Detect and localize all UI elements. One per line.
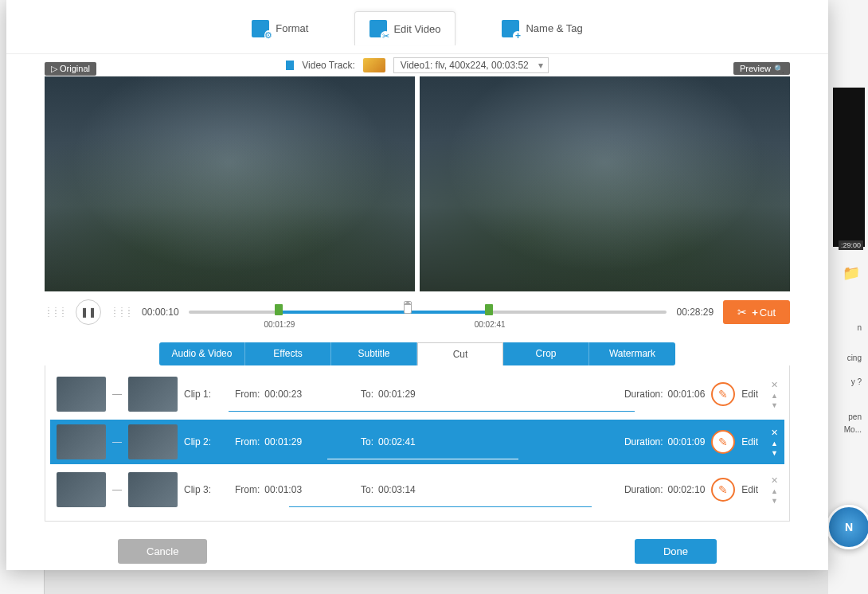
tab-crop[interactable]: Crop <box>503 342 589 365</box>
total-time: 00:28:29 <box>676 307 714 318</box>
clip-thumb-start <box>57 472 106 507</box>
tab-edit-video[interactable]: Edit Video <box>354 11 456 45</box>
clip-remove-icon[interactable]: ✕ <box>771 380 778 390</box>
move-up-icon[interactable]: ▲ <box>771 392 778 400</box>
duration-label: Duration: <box>624 389 663 400</box>
from-value: 00:01:03 <box>264 484 302 495</box>
bg-run-button[interactable]: N <box>827 505 868 549</box>
duration-value: 00:01:06 <box>668 389 706 400</box>
bg-text: n <box>857 323 862 332</box>
move-up-icon[interactable]: ▲ <box>771 487 778 495</box>
pause-button[interactable]: ❚❚ <box>76 299 101 325</box>
clip-reorder-controls: ✕▲▼ <box>771 475 778 505</box>
duration-value: 00:02:10 <box>668 484 706 495</box>
from-value: 00:01:29 <box>264 436 302 447</box>
move-down-icon[interactable]: ▼ <box>771 401 778 409</box>
tab-cut[interactable]: Cut <box>417 342 503 365</box>
timeline-playhead[interactable] <box>404 301 412 314</box>
cancel-button[interactable]: Cancle <box>118 539 207 564</box>
preview-badge[interactable]: Preview <box>733 62 790 75</box>
tab-label: Name & Tag <box>526 22 582 34</box>
drag-handle-icon[interactable]: ⋮⋮⋮⋮⋮⋮ <box>111 309 132 315</box>
track-select[interactable]: Video1: flv, 400x224, 00:03:52 <box>393 57 549 73</box>
dash-icon: — <box>112 436 122 447</box>
tab-subtitle[interactable]: Subtitle <box>331 342 417 365</box>
timeline-marker-start[interactable] <box>275 304 283 315</box>
clip-edit-button[interactable]: ✎ <box>711 430 735 454</box>
playback-controls: ⋮⋮⋮⋮⋮⋮ ❚❚ ⋮⋮⋮⋮⋮⋮ 00:00:10 00:01:29 00:02… <box>45 299 790 325</box>
done-button[interactable]: Done <box>635 539 717 564</box>
clip-edit-label[interactable]: Edit <box>741 436 758 447</box>
track-label: Video Track: <box>302 60 354 71</box>
clip-row[interactable]: —Clip 1:From:00:00:23To:00:01:29Duration… <box>50 372 784 416</box>
from-label: From: <box>235 436 260 447</box>
cut-button[interactable]: +Cut <box>723 300 790 324</box>
clip-name: Clip 2: <box>184 436 229 447</box>
tag-icon <box>502 20 519 37</box>
to-value: 00:03:14 <box>378 484 416 495</box>
clip-row[interactable]: —Clip 2:From:00:01:29To:00:02:41Duration… <box>50 420 784 464</box>
bg-text: pen <box>848 412 862 421</box>
tab-audio-video[interactable]: Audio & Video <box>159 342 245 365</box>
clip-remove-icon[interactable]: ✕ <box>771 428 778 438</box>
from-label: From: <box>235 389 260 400</box>
tab-format[interactable]: Format <box>237 11 323 45</box>
folder-icon[interactable]: 📁 <box>843 264 860 282</box>
drag-handle-icon[interactable]: ⋮⋮⋮⋮⋮⋮ <box>45 309 66 315</box>
current-time: 00:00:10 <box>142 307 179 318</box>
tab-effects[interactable]: Effects <box>245 342 331 365</box>
clips-list: —Clip 1:From:00:00:23To:00:01:29Duration… <box>45 365 790 522</box>
clip-thumb-end <box>128 472 178 507</box>
edit-tabs: Audio & Video Effects Subtitle Cut Crop … <box>45 342 790 365</box>
from-label: From: <box>235 484 260 495</box>
tab-name-tag[interactable]: Name & Tag <box>487 11 596 45</box>
tab-watermark[interactable]: Watermark <box>589 342 675 365</box>
clip-reorder-controls: ✕▲▼ <box>771 380 778 409</box>
preview-area: Original Preview <box>45 76 790 291</box>
clip-edit-button[interactable]: ✎ <box>711 478 735 502</box>
clip-row[interactable]: —Clip 3:From:00:01:03To:00:03:14Duration… <box>50 467 784 512</box>
to-value: 00:02:41 <box>378 436 416 447</box>
clip-reorder-controls: ✕▲▼ <box>771 428 778 457</box>
original-badge: Original <box>45 62 96 76</box>
clip-remove-icon[interactable]: ✕ <box>771 475 778 486</box>
clip-edit-label[interactable]: Edit <box>741 389 758 400</box>
clip-edit-button[interactable]: ✎ <box>711 382 735 406</box>
to-label: To: <box>361 484 373 495</box>
bg-right-panel: :29:00 📁 n cing y ? pen Mo... N <box>828 0 868 594</box>
underline <box>229 411 635 412</box>
bg-preview-thumb <box>833 88 865 247</box>
track-thumb <box>363 58 385 72</box>
move-up-icon[interactable]: ▲ <box>771 440 778 447</box>
bg-time: :29:00 <box>839 240 863 250</box>
to-value: 00:01:29 <box>378 389 416 400</box>
tab-label: Edit Video <box>393 23 440 35</box>
footer: Cancle Done <box>6 522 828 564</box>
move-down-icon[interactable]: ▼ <box>771 449 778 457</box>
clip-edit-label[interactable]: Edit <box>741 484 758 495</box>
to-label: To: <box>361 436 373 447</box>
duration-label: Duration: <box>624 436 663 447</box>
clip-name: Clip 3: <box>184 484 229 495</box>
track-icon <box>286 61 294 70</box>
clip-name: Clip 1: <box>184 389 229 400</box>
dash-icon: — <box>112 484 122 495</box>
to-label: To: <box>361 389 373 400</box>
timeline-selection <box>275 311 490 314</box>
video-track-row: Video Track: Video1: flv, 400x224, 00:03… <box>6 54 828 76</box>
timeline[interactable]: 00:01:29 00:02:41 <box>189 303 667 322</box>
clip-thumb-end <box>128 424 178 459</box>
bg-text: cing <box>847 354 862 362</box>
edit-icon <box>369 20 387 37</box>
preview-video-pane <box>420 76 790 291</box>
timeline-marker-end[interactable] <box>485 304 493 315</box>
clip-thumb-end <box>128 377 178 412</box>
dash-icon: — <box>112 389 122 400</box>
underline <box>327 459 518 459</box>
move-down-icon[interactable]: ▼ <box>771 497 778 505</box>
duration-label: Duration: <box>624 484 663 495</box>
duration-value: 00:01:09 <box>668 436 706 447</box>
from-value: 00:00:23 <box>264 389 302 400</box>
underline <box>289 506 592 507</box>
format-icon <box>252 20 269 37</box>
